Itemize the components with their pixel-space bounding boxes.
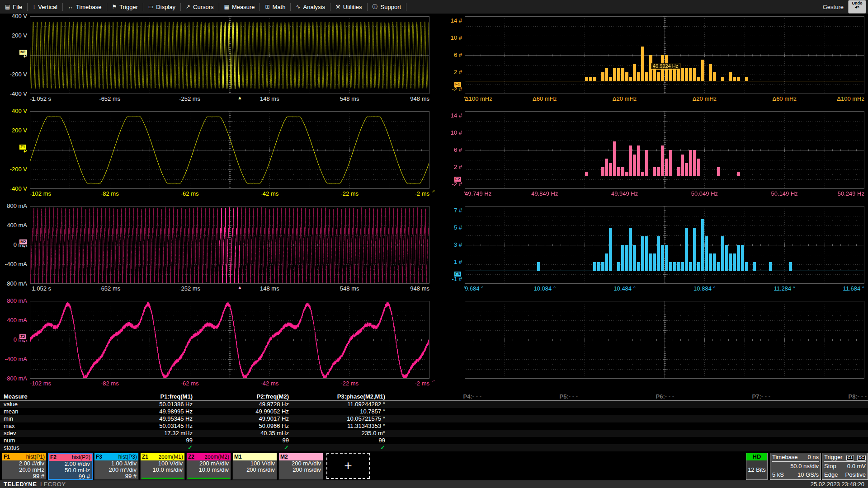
m2-canvas[interactable] <box>30 206 429 284</box>
add-trace-button[interactable]: + <box>326 453 370 479</box>
timebase-box[interactable]: Timebase 0 ns 50.0 ns/div 5 kS 10 GS/s <box>770 453 821 480</box>
descriptor-M1[interactable]: M1100 V/div200 ms/div <box>232 453 277 480</box>
f1-ytick: 6 # <box>438 52 462 58</box>
measure-cell <box>675 401 771 408</box>
measure-cell <box>386 415 482 422</box>
f3-canvas[interactable] <box>465 206 864 284</box>
z1-ytick: -400 V <box>4 185 27 192</box>
f1-plot[interactable] <box>465 16 864 94</box>
m1-canvas[interactable] <box>30 16 429 94</box>
descriptor-id: M2 <box>280 453 288 460</box>
descriptor-line: 200 ms/div <box>279 467 323 473</box>
menu-item-display[interactable]: ▭Display <box>143 0 180 13</box>
f3-grid-block: 7 #5 #3 #1 #-1 #9.684 °10.084 °10.484 °1… <box>438 206 864 296</box>
descriptor-line: 10.0 ms/div <box>187 467 231 473</box>
menu-item-timebase[interactable]: ↔Timebase <box>63 0 107 13</box>
z2-plot[interactable] <box>30 301 429 379</box>
p4grid-plot[interactable] <box>465 301 864 379</box>
m2-xtick: -1.052 s <box>30 285 51 292</box>
measure-cell <box>675 415 771 422</box>
f1-badge[interactable]: F1 <box>454 81 462 87</box>
f1-xtick: Δ20 mHz <box>693 95 717 102</box>
measure-cell <box>386 422 482 430</box>
math-icon: ⊞ <box>265 4 269 10</box>
trigger-box[interactable]: Trigger C1 DC Stop 0.0 mV Edge Positive <box>822 453 868 480</box>
f2-plot[interactable] <box>465 111 864 189</box>
f3-plot[interactable] <box>465 206 864 284</box>
menu-item-vertical[interactable]: ↕Vertical <box>28 0 62 13</box>
hd-resolution-box[interactable]: HD 12 Bits <box>746 453 768 480</box>
z2-badge[interactable]: Z2 <box>19 334 27 340</box>
measure-column-header[interactable]: P3:phase(M2,M1) <box>290 393 386 400</box>
descriptor-active-underline <box>188 478 230 479</box>
z2-xtick: -102 ms <box>30 380 51 387</box>
measure-cell: ✓ <box>193 444 290 451</box>
measure-column-header[interactable]: P7:- - - <box>675 393 771 400</box>
p4grid-canvas[interactable] <box>465 301 864 379</box>
menu-item-math[interactable]: ⊞Math <box>260 0 290 13</box>
f3-ytick: 5 # <box>438 224 462 231</box>
m2-xtick: -252 ms <box>179 285 200 292</box>
descriptor-function: zoom(M1) <box>159 453 183 460</box>
status-bar: TELEDYNE LECROY 25.02.2023 23:48:20 <box>0 480 868 488</box>
measure-column-header[interactable]: P2:freq(M2) <box>193 393 290 400</box>
descriptor-F1[interactable]: F1hist(P1)2.00 #/div20.0 mHz99 # <box>2 453 47 480</box>
f1-ytick: 14 # <box>438 17 462 24</box>
measure-row-label: value <box>0 401 97 408</box>
descriptor-Z2[interactable]: Z2zoom(M2)200 mA/div10.0 ms/div <box>186 453 231 480</box>
f3-ytick: 7 # <box>438 207 462 214</box>
m2-plot[interactable] <box>30 206 429 284</box>
measure-cell <box>675 408 771 415</box>
measure-cell: 99 <box>290 437 386 444</box>
menu-item-measure[interactable]: ▦Measure <box>219 0 260 13</box>
measure-cell <box>771 415 868 422</box>
menu-item-cursors[interactable]: ↗Cursors <box>181 0 219 13</box>
m1-xtick: -1.052 s <box>30 95 51 102</box>
z2-canvas[interactable] <box>30 301 429 379</box>
m1-trigger-time-marker[interactable]: ▲ <box>237 95 242 100</box>
descriptor-function: hist(P2) <box>72 454 90 461</box>
z1-plot[interactable] <box>30 111 429 189</box>
measure-column-header[interactable]: P6:- - - <box>579 393 675 400</box>
descriptor-Z1[interactable]: Z1zoom(M1)100 V/div10.0 ms/div <box>140 453 185 480</box>
measure-cell <box>579 408 675 415</box>
f3-xtick: 10.884 ° <box>693 285 716 292</box>
descriptor-header: F3hist(P3) <box>94 453 138 460</box>
f3-badge[interactable]: F3 <box>454 271 462 277</box>
descriptor-F3[interactable]: F3hist(P3)1.00 #/div200 m°/div99 # <box>94 453 139 480</box>
menu-item-analysis[interactable]: ∿Analysis <box>291 0 330 13</box>
f2-badge[interactable]: F2 <box>454 176 462 182</box>
menu-item-file[interactable]: ▤File <box>0 0 27 13</box>
z1-xtick: -42 ms <box>261 190 279 197</box>
f3-ytick: 1 # <box>438 258 462 265</box>
menu-item-support[interactable]: ⓘSupport <box>368 0 406 13</box>
measure-column-header[interactable]: P1:freq(M1) <box>97 393 193 400</box>
measure-cell <box>386 408 482 415</box>
timebase-offset: 0 ns <box>807 453 819 461</box>
measure-cell <box>482 415 579 422</box>
measure-row-label: min <box>0 415 97 422</box>
f1-canvas[interactable] <box>465 16 864 94</box>
measure-cell: 49.99052 Hz <box>193 408 290 415</box>
measure-column-header[interactable]: P5:- - - <box>482 393 579 400</box>
menu-item-label: Cursors <box>193 4 214 10</box>
z1-canvas[interactable] <box>30 111 429 189</box>
m2-xtick: -652 ms <box>99 285 120 292</box>
analysis-icon: ∿ <box>296 4 300 10</box>
undo-button[interactable]: Undo ↶ <box>848 0 866 14</box>
m2-xtick: 948 ms <box>410 285 429 292</box>
timebase-icon: ↔ <box>68 4 73 10</box>
f3-ytick: 3 # <box>438 241 462 248</box>
z1-badge[interactable]: Z1 <box>19 144 27 150</box>
m1-plot[interactable] <box>30 16 429 94</box>
descriptor-M2[interactable]: M2200 mA/div200 ms/div <box>278 453 323 480</box>
trigger-coupling-badge: DC <box>857 455 866 461</box>
descriptor-id: F1 <box>4 453 10 460</box>
measure-column-header[interactable]: P8:- - - <box>771 393 868 400</box>
f2-canvas[interactable] <box>465 111 864 189</box>
menu-item-utilities[interactable]: ⚒Utilities <box>330 0 367 13</box>
measure-column-header[interactable]: P4:- - - <box>386 393 482 400</box>
menu-item-trigger[interactable]: ⚑Trigger <box>107 0 143 13</box>
m2-trigger-time-marker[interactable]: ▲ <box>237 285 242 290</box>
descriptor-F2[interactable]: F2hist(P2)2.00 #/div50.0 mHz99 # <box>48 453 93 480</box>
